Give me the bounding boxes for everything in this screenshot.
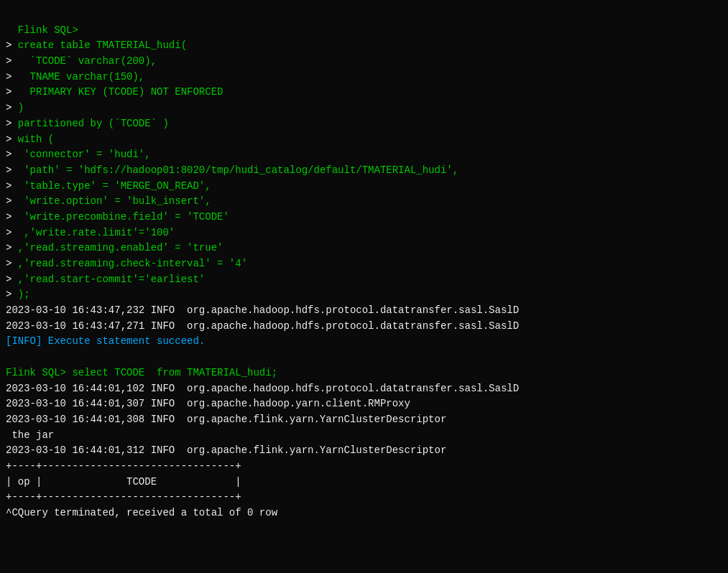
table-border-top: +----+--------------------------------+ (6, 460, 241, 472)
info-line-5: 2023-03-10 16:44:01,308 INFO org.apache.… (6, 414, 446, 425)
line-connector: > 'connector' = 'hudi', (6, 149, 151, 160)
info-line-3: 2023-03-10 16:44:01,102 INFO org.apache.… (6, 383, 519, 394)
info-line-5b: the jar (6, 429, 54, 441)
line-table-type: > 'table.type' = 'MERGE_ON_READ', (6, 180, 211, 192)
line-with: > with ( (6, 134, 54, 145)
line-close-paren: > ) (6, 102, 24, 113)
prompt2-line: Flink SQL> select TCODE from TMATERIAL_h… (6, 367, 277, 378)
line-partitioned: > partitioned by (`TCODE` ) (6, 118, 169, 129)
line-tname: > TNAME varchar(150), (6, 71, 144, 83)
line-read-streaming: > ,'read.streaming.enabled' = 'true' (6, 242, 223, 253)
success-line: [INFO] Execute statement succeed. (6, 335, 205, 347)
table-border-bottom: +----+--------------------------------+ (6, 491, 241, 503)
info-line-2: 2023-03-10 16:43:47,271 INFO org.apache.… (6, 320, 519, 332)
flink-prompt-label: Flink SQL> (18, 24, 78, 36)
info-line-6: 2023-03-10 16:44:01,312 INFO org.apache.… (6, 444, 446, 456)
terminal-content: > create table TMATERIAL_hudi( > `TCODE`… (6, 39, 519, 518)
line-create: > create table TMATERIAL_hudi( (6, 39, 187, 51)
terminal-window: Flink SQL> > create table TMATERIAL_hudi… (0, 0, 728, 573)
query-terminated: ^CQuery terminated, received a total of … (6, 507, 277, 518)
line-write-precombine: > 'write.precombine.field' = 'TCODE' (6, 211, 229, 223)
line-write-rate: > ,'write.rate.limit'='100' (6, 227, 175, 238)
line-path: > 'path' = 'hdfs://hadoop01:8020/tmp/hud… (6, 164, 459, 176)
info-line-1: 2023-03-10 16:43:47,232 INFO org.apache.… (6, 304, 519, 316)
line-write-option: > 'write.option' = 'bulk_insert', (6, 195, 211, 207)
line-read-start: > ,'read.start-commit'='earliest' (6, 274, 205, 285)
table-header-row: | op | TCODE | (6, 476, 241, 488)
line-end-stmt: > ); (6, 289, 30, 300)
line-tcode: > `TCODE` varchar(200), (6, 55, 157, 67)
info-line-4: 2023-03-10 16:44:01,307 INFO org.apache.… (6, 398, 410, 409)
line-read-interval: > ,'read.streaming.check-interval' = '4' (6, 258, 247, 269)
line-pk: > PRIMARY KEY (TCODE) NOT ENFORCED (6, 86, 223, 98)
